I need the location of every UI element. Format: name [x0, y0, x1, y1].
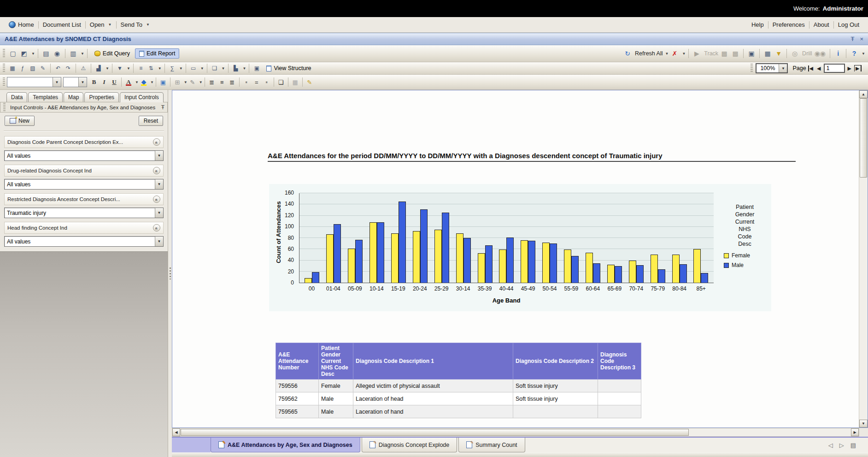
vertical-scroll-thumb[interactable] — [860, 98, 867, 178]
bar-female-45-49[interactable] — [521, 240, 528, 283]
variable-icon[interactable]: ▧ — [28, 64, 37, 73]
bar-male-75-79[interactable] — [658, 269, 665, 283]
dropdown-arrow-icon[interactable]: ▼ — [155, 237, 163, 246]
input-control-dropdown-3[interactable]: All values▼ — [4, 236, 164, 247]
sum-icon[interactable]: ∑ — [168, 64, 177, 73]
bar-female-30-14[interactable] — [456, 233, 463, 283]
collapse-chevron-icon[interactable]: « — [153, 167, 160, 174]
bar-group-55-59[interactable] — [564, 193, 579, 283]
collapse-chevron-icon[interactable]: « — [153, 196, 160, 203]
filter-icon[interactable]: ▼ — [115, 64, 124, 73]
input-control-dropdown-0[interactable]: All values▼ — [4, 150, 164, 161]
borders-caret-icon[interactable]: ▼ — [184, 80, 188, 84]
merge-icon[interactable]: ✎ — [38, 64, 47, 73]
bar-female-55-59[interactable] — [564, 249, 571, 283]
chart-icon[interactable]: ▟ — [94, 64, 103, 73]
bar-female-85+[interactable] — [693, 249, 701, 283]
bar-male-40-44[interactable] — [506, 237, 514, 283]
bar-group-40-44[interactable] — [499, 193, 514, 283]
align-left-button[interactable]: ≣ — [207, 77, 217, 87]
zoom-select[interactable]: 100% ▼ — [756, 63, 788, 73]
bar-male-20-24[interactable] — [420, 209, 428, 283]
vertical-scrollbar[interactable]: ▲ ▼ — [859, 90, 868, 427]
copy-page-icon[interactable]: ▣ — [252, 64, 261, 73]
view-mode-icon-caret[interactable]: ▼ — [81, 52, 84, 56]
bar-female-05-09[interactable] — [348, 249, 355, 283]
pen-button[interactable]: ✎ — [188, 77, 198, 87]
bar-female-00[interactable] — [305, 278, 312, 283]
highlight-caret-icon[interactable]: ▼ — [150, 80, 154, 84]
purge-data-icon[interactable]: ✗ — [669, 48, 680, 59]
bar-female-01-04[interactable] — [326, 234, 334, 283]
bar-female-15-19[interactable] — [391, 233, 399, 283]
insert-row-icon-caret[interactable]: ▼ — [200, 66, 204, 71]
sheet-tab-list-icon[interactable]: ▤ — [850, 442, 856, 449]
bar-female-20-24[interactable] — [413, 231, 420, 283]
collapse-chevron-icon[interactable]: « — [153, 224, 160, 231]
new-document-icon[interactable]: ▢ — [8, 48, 18, 59]
bar-male-80-84[interactable] — [680, 264, 687, 283]
window-layout-icon[interactable]: ▣ — [746, 48, 757, 59]
dropdown-arrow-icon[interactable]: ▼ — [155, 179, 163, 189]
refresh-all-label[interactable]: Refresh All — [635, 50, 663, 57]
menu-item-about[interactable]: About — [809, 20, 833, 30]
underline-button[interactable]: U — [109, 77, 119, 87]
bar-female-75-79[interactable] — [651, 255, 658, 283]
first-page-icon[interactable]: ◀ — [808, 65, 814, 71]
font-color-caret-icon[interactable]: ▼ — [135, 80, 139, 84]
font-color-button[interactable]: A — [123, 77, 134, 87]
bar-female-35-39[interactable] — [478, 253, 485, 283]
sort-icon-caret[interactable]: ▼ — [158, 66, 162, 71]
formula-editor-icon[interactable]: ƒ — [18, 64, 27, 73]
menu-item-send-to[interactable]: Send To▼ — [117, 20, 154, 30]
bar-chart[interactable] — [299, 193, 714, 283]
edit-report-button[interactable]: Edit Report — [135, 48, 180, 59]
bar-male-15-19[interactable] — [399, 202, 406, 283]
bar-male-30-14[interactable] — [463, 238, 471, 283]
scroll-left-icon[interactable]: ◀ — [172, 428, 180, 436]
collapse-chevron-icon[interactable]: « — [153, 138, 160, 146]
align-right-button[interactable]: ≣ — [227, 77, 237, 87]
valign-middle-button[interactable]: = — [252, 77, 262, 87]
sheet-tab-diagnosis-concept-explode[interactable]: Diagnosis Concept Explode — [362, 438, 457, 452]
pen-caret-icon[interactable]: ▼ — [199, 80, 203, 84]
data-grid-icon[interactable]: ▦ — [762, 48, 773, 59]
ranking-icon[interactable]: ≡ — [136, 64, 146, 73]
find-icon[interactable]: ◉ — [52, 48, 62, 59]
borders-button[interactable]: ⊞ — [172, 77, 182, 87]
bar-group-20-24[interactable] — [413, 193, 428, 283]
help-icon[interactable]: ? — [849, 48, 859, 59]
pin-icon[interactable]: Ŧ — [850, 36, 854, 42]
bar-female-80-84[interactable] — [672, 255, 680, 283]
bar-male-55-59[interactable] — [571, 256, 579, 283]
comment-button[interactable]: ❏ — [276, 77, 286, 87]
bar-female-60-64[interactable] — [586, 253, 593, 283]
font-name-select[interactable]: ▼ — [7, 77, 61, 87]
bar-male-25-29[interactable] — [442, 213, 449, 283]
horizontal-scroll-thumb[interactable] — [181, 429, 689, 436]
dropdown-arrow-icon[interactable]: ▼ — [155, 208, 163, 218]
menu-item-home[interactable]: Home — [5, 20, 38, 30]
bar-group-10-14[interactable] — [369, 193, 384, 283]
zoom-dropdown-icon[interactable]: ▼ — [779, 64, 787, 72]
menu-item-open[interactable]: Open▼ — [86, 20, 116, 30]
bar-female-65-69[interactable] — [607, 265, 615, 283]
bar-male-65-69[interactable] — [615, 266, 622, 283]
sheet-tab-summary-count[interactable]: Summary Count — [458, 438, 525, 452]
next-page-icon[interactable]: ▶ — [847, 65, 852, 71]
bar-group-60-64[interactable] — [586, 193, 600, 283]
menu-item-log-out[interactable]: Log Out — [834, 20, 863, 30]
bold-button[interactable]: B — [89, 77, 99, 87]
view-mode-icon[interactable]: ▥ — [68, 48, 78, 59]
table-row[interactable]: 759565MaleLaceration of hand — [276, 405, 641, 418]
panel-tab-templates[interactable]: Templates — [28, 92, 63, 102]
menu-item-help[interactable]: Help — [747, 20, 768, 30]
prev-page-icon[interactable]: ◀ — [816, 65, 821, 71]
bar-male-85+[interactable] — [701, 273, 708, 283]
bar-male-70-74[interactable] — [636, 265, 644, 283]
bar-group-45-49[interactable] — [521, 193, 535, 283]
valign-top-button[interactable]: ⹀ — [241, 77, 252, 87]
grid-button[interactable]: ▦ — [290, 77, 300, 87]
sort-icon[interactable]: ⇅ — [147, 64, 156, 73]
purge-caret-icon[interactable]: ▼ — [682, 52, 686, 56]
